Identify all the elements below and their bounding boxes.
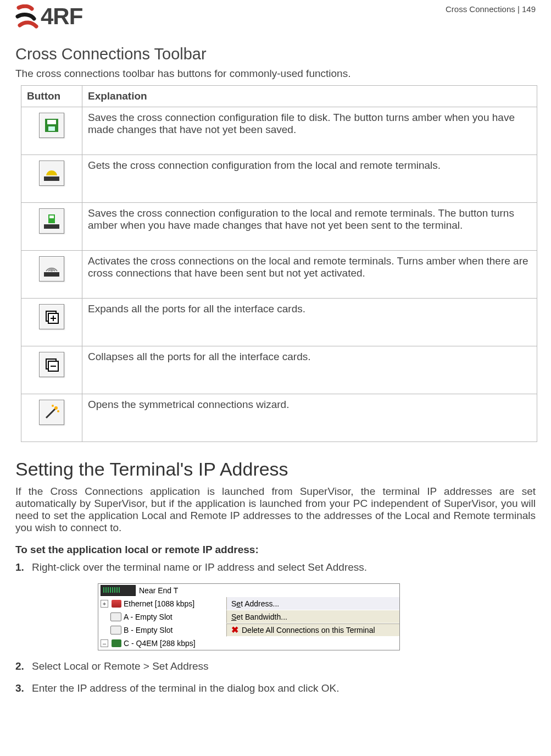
terminal-device-icon (101, 585, 136, 596)
menu-label: Delete All Connections on this Terminal (242, 626, 375, 634)
table-row: Opens the symmetrical connections wizard… (21, 394, 537, 442)
menu-set-address[interactable]: Set Address... (226, 597, 399, 610)
cell-text: Saves the cross connection configuration… (82, 107, 537, 155)
table-row: Expands all the ports for all the interf… (21, 299, 537, 346)
svg-rect-6 (49, 216, 54, 218)
svg-rect-3 (44, 176, 59, 181)
table-row: Collapses all the ports for all the inte… (21, 346, 537, 394)
page-info: Cross Connections | 149 (446, 4, 536, 14)
table-row: Gets the cross connection configuration … (21, 155, 537, 203)
menu-delete-all[interactable]: ✖ Delete All Connections on this Termina… (226, 623, 399, 637)
logo-mark-icon (15, 4, 40, 29)
logo: 4RF (15, 3, 82, 30)
section-ip-subhead: To set the application local or remote I… (15, 544, 536, 556)
get-config-icon (39, 161, 64, 186)
step-1: Right-click over the terminal name or IP… (15, 561, 536, 573)
logo-text: 4RF (41, 3, 82, 30)
th-explanation: Explanation (82, 86, 537, 107)
tree-slot-c[interactable]: C - Q4EM [288 kbps] (124, 639, 196, 648)
svg-rect-2 (48, 126, 55, 131)
cell-text: Saves the cross connection configuration… (82, 203, 537, 251)
collapse-all-icon (39, 352, 64, 377)
empty-slot-icon (110, 612, 121, 621)
svg-rect-7 (44, 272, 59, 277)
tree-slot-b[interactable]: B - Empty Slot (124, 626, 172, 634)
wizard-icon (39, 400, 64, 425)
section-title-toolbar: Cross Connections Toolbar (15, 45, 536, 63)
table-row: Activates the cross connections on the l… (21, 251, 537, 299)
menu-label: Set Address... (231, 599, 279, 608)
section-intro: The cross connections toolbar has button… (15, 68, 536, 80)
tree-ethernet[interactable]: Ethernet [1088 kbps] (124, 599, 194, 608)
send-config-icon (39, 208, 64, 234)
tree-expand-icon[interactable]: + (101, 600, 108, 608)
svg-line-15 (46, 408, 56, 418)
activate-icon (39, 256, 64, 282)
svg-rect-4 (44, 224, 59, 229)
ethernet-icon (112, 600, 121, 608)
near-end-label: Near End T (139, 586, 178, 595)
delete-icon: ✖ (231, 626, 238, 634)
cell-text: Opens the symmetrical connections wizard… (82, 394, 537, 442)
card-icon (112, 639, 121, 647)
page-header: 4RF Cross Connections | 149 (15, 3, 536, 30)
cell-text: Collapses all the ports for all the inte… (82, 346, 537, 394)
step-2: Select Local or Remote > Set Address (15, 660, 536, 672)
toolbar-table: Button Explanation Saves the cross conne… (21, 85, 537, 442)
tree-collapse-icon[interactable]: – (101, 639, 108, 647)
steps-list-cont: Select Local or Remote > Set Address Ent… (15, 660, 536, 694)
section-ip-para: If the Cross Connections application is … (15, 485, 536, 534)
table-row: Saves the cross connection configuration… (21, 203, 537, 251)
cell-text: Expands all the ports for all the interf… (82, 299, 537, 346)
empty-slot-icon (110, 626, 121, 634)
table-row: Saves the cross connection configuration… (21, 107, 537, 155)
cell-text: Gets the cross connection configuration … (82, 155, 537, 203)
th-button: Button (21, 86, 82, 107)
step-3: Enter the IP address of the terminal in … (15, 682, 536, 694)
svg-rect-1 (47, 120, 56, 124)
save-disk-icon (39, 113, 64, 138)
svg-point-18 (52, 405, 54, 407)
tree-slot-a[interactable]: A - Empty Slot (124, 612, 172, 621)
context-menu-screenshot: Near End T + Ethernet [1088 kbps] Set Ad… (98, 583, 400, 650)
steps-list: Right-click over the terminal name or IP… (15, 561, 536, 573)
svg-point-17 (57, 410, 59, 412)
expand-all-icon (39, 304, 64, 329)
menu-set-bandwidth[interactable]: Set Bandwidth... (226, 610, 399, 623)
svg-point-16 (54, 406, 58, 410)
cell-text: Activates the cross connections on the l… (82, 251, 537, 299)
menu-label: Set Bandwidth... (231, 612, 287, 621)
section-title-ip: Setting the Terminal's IP Address (15, 459, 536, 480)
